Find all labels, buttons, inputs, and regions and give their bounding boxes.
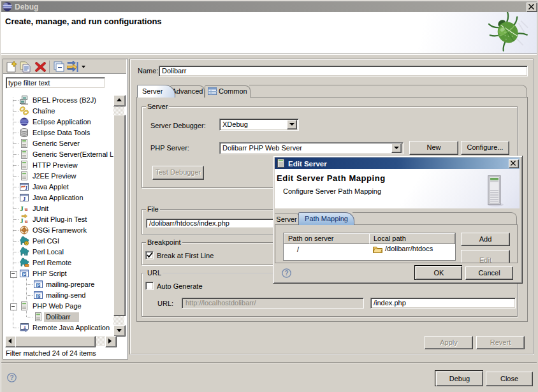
svg-text:?: ? (10, 374, 13, 381)
svg-text:?: ? (284, 270, 288, 277)
